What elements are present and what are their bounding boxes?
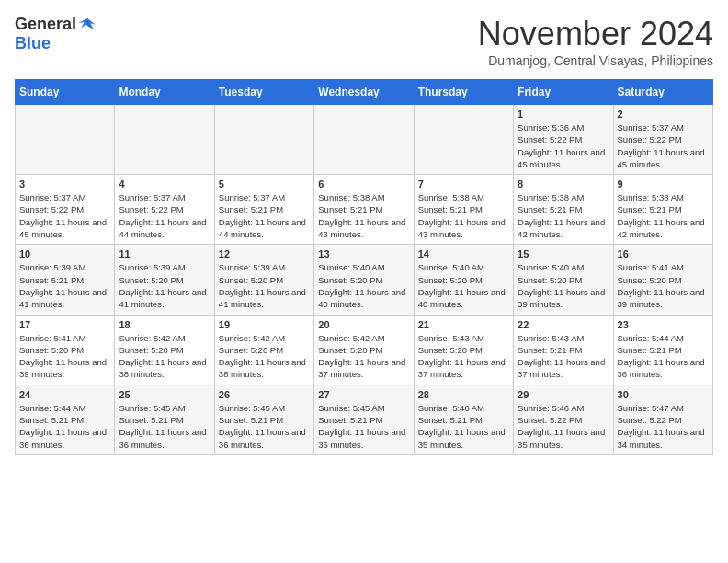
day-cell: 6Sunrise: 5:38 AMSunset: 5:21 PMDaylight… (314, 175, 414, 245)
week-row-4: 24Sunrise: 5:44 AMSunset: 5:21 PMDayligh… (16, 385, 713, 454)
day-info: Sunrise: 5:44 AMSunset: 5:21 PMDaylight:… (618, 332, 709, 381)
day-cell: 8Sunrise: 5:38 AMSunset: 5:21 PMDaylight… (514, 175, 613, 245)
week-row-0: 1Sunrise: 5:36 AMSunset: 5:22 PMDaylight… (16, 105, 713, 175)
day-cell: 4Sunrise: 5:37 AMSunset: 5:22 PMDaylight… (115, 175, 214, 245)
day-info: Sunrise: 5:37 AMSunset: 5:22 PMDaylight:… (618, 121, 709, 170)
header-cell-sunday: Sunday (16, 80, 115, 105)
day-info: Sunrise: 5:38 AMSunset: 5:21 PMDaylight:… (618, 191, 709, 240)
day-info: Sunrise: 5:40 AMSunset: 5:20 PMDaylight:… (318, 261, 409, 310)
day-number: 17 (19, 319, 110, 330)
day-cell: 2Sunrise: 5:37 AMSunset: 5:22 PMDaylight… (613, 105, 712, 175)
day-cell: 3Sunrise: 5:37 AMSunset: 5:22 PMDaylight… (16, 175, 115, 245)
day-info: Sunrise: 5:45 AMSunset: 5:21 PMDaylight:… (318, 402, 409, 451)
week-row-1: 3Sunrise: 5:37 AMSunset: 5:22 PMDaylight… (16, 175, 713, 245)
day-cell: 14Sunrise: 5:40 AMSunset: 5:20 PMDayligh… (414, 245, 513, 315)
day-cell: 12Sunrise: 5:39 AMSunset: 5:20 PMDayligh… (214, 245, 313, 315)
day-number: 12 (219, 248, 310, 259)
day-number: 25 (119, 389, 210, 400)
day-cell (314, 105, 414, 175)
day-number: 23 (618, 319, 709, 330)
header-cell-saturday: Saturday (613, 80, 712, 105)
day-info: Sunrise: 5:45 AMSunset: 5:21 PMDaylight:… (219, 402, 310, 451)
day-cell: 21Sunrise: 5:43 AMSunset: 5:20 PMDayligh… (414, 315, 513, 385)
day-cell (16, 105, 115, 175)
page-header: General Blue November 2024 Dumanjog, Cen… (15, 15, 713, 68)
day-cell: 23Sunrise: 5:44 AMSunset: 5:21 PMDayligh… (613, 315, 712, 385)
header-cell-wednesday: Wednesday (314, 80, 414, 105)
header-cell-tuesday: Tuesday (214, 80, 313, 105)
day-number: 26 (219, 389, 310, 400)
day-info: Sunrise: 5:43 AMSunset: 5:21 PMDaylight:… (518, 332, 609, 381)
day-cell (115, 105, 214, 175)
day-cell: 7Sunrise: 5:38 AMSunset: 5:21 PMDaylight… (414, 175, 513, 245)
day-number: 15 (518, 248, 609, 259)
day-number: 10 (19, 248, 110, 259)
day-cell: 17Sunrise: 5:41 AMSunset: 5:20 PMDayligh… (16, 315, 115, 385)
day-info: Sunrise: 5:39 AMSunset: 5:21 PMDaylight:… (19, 261, 110, 310)
day-number: 16 (618, 248, 709, 259)
day-info: Sunrise: 5:38 AMSunset: 5:21 PMDaylight:… (418, 191, 509, 240)
day-info: Sunrise: 5:42 AMSunset: 5:20 PMDaylight:… (119, 332, 210, 381)
logo-blue-text: Blue (15, 34, 51, 53)
calendar-body: 1Sunrise: 5:36 AMSunset: 5:22 PMDaylight… (16, 105, 713, 455)
day-number: 14 (418, 248, 509, 259)
day-cell (214, 105, 313, 175)
day-info: Sunrise: 5:39 AMSunset: 5:20 PMDaylight:… (119, 261, 210, 310)
day-info: Sunrise: 5:37 AMSunset: 5:22 PMDaylight:… (19, 191, 110, 240)
day-number: 24 (19, 389, 110, 400)
day-number: 7 (418, 178, 509, 190)
day-cell: 20Sunrise: 5:42 AMSunset: 5:20 PMDayligh… (314, 315, 414, 385)
day-info: Sunrise: 5:42 AMSunset: 5:20 PMDaylight:… (318, 332, 409, 381)
day-cell: 27Sunrise: 5:45 AMSunset: 5:21 PMDayligh… (314, 385, 414, 454)
day-info: Sunrise: 5:39 AMSunset: 5:20 PMDaylight:… (219, 261, 310, 310)
logo-general-text: General (15, 15, 76, 34)
header-cell-friday: Friday (514, 80, 613, 105)
day-info: Sunrise: 5:43 AMSunset: 5:20 PMDaylight:… (418, 332, 509, 381)
day-cell: 5Sunrise: 5:37 AMSunset: 5:21 PMDaylight… (214, 175, 313, 245)
logo: General Blue (15, 15, 97, 53)
day-info: Sunrise: 5:38 AMSunset: 5:21 PMDaylight:… (518, 191, 609, 240)
day-info: Sunrise: 5:38 AMSunset: 5:21 PMDaylight:… (318, 191, 409, 240)
day-cell: 15Sunrise: 5:40 AMSunset: 5:20 PMDayligh… (514, 245, 613, 315)
day-info: Sunrise: 5:40 AMSunset: 5:20 PMDaylight:… (418, 261, 509, 310)
calendar-table: SundayMondayTuesdayWednesdayThursdayFrid… (15, 79, 713, 455)
day-cell: 18Sunrise: 5:42 AMSunset: 5:20 PMDayligh… (115, 315, 214, 385)
day-number: 30 (618, 389, 709, 400)
day-cell (414, 105, 513, 175)
day-number: 19 (219, 319, 310, 330)
day-cell: 29Sunrise: 5:46 AMSunset: 5:22 PMDayligh… (514, 385, 613, 454)
day-info: Sunrise: 5:46 AMSunset: 5:21 PMDaylight:… (418, 402, 509, 451)
day-info: Sunrise: 5:44 AMSunset: 5:21 PMDaylight:… (19, 402, 110, 451)
day-number: 3 (19, 178, 110, 190)
day-number: 5 (219, 178, 310, 190)
day-info: Sunrise: 5:46 AMSunset: 5:22 PMDaylight:… (518, 402, 609, 451)
day-number: 8 (518, 178, 609, 190)
day-cell: 24Sunrise: 5:44 AMSunset: 5:21 PMDayligh… (16, 385, 115, 454)
day-info: Sunrise: 5:41 AMSunset: 5:20 PMDaylight:… (19, 332, 110, 381)
day-number: 27 (318, 389, 409, 400)
day-number: 20 (318, 319, 409, 330)
day-number: 9 (618, 178, 709, 190)
day-cell: 11Sunrise: 5:39 AMSunset: 5:20 PMDayligh… (115, 245, 214, 315)
day-info: Sunrise: 5:40 AMSunset: 5:20 PMDaylight:… (518, 261, 609, 310)
day-cell: 28Sunrise: 5:46 AMSunset: 5:21 PMDayligh… (414, 385, 513, 454)
day-cell: 25Sunrise: 5:45 AMSunset: 5:21 PMDayligh… (115, 385, 214, 454)
day-number: 4 (119, 178, 210, 190)
day-info: Sunrise: 5:47 AMSunset: 5:22 PMDaylight:… (618, 402, 709, 451)
calendar-header: SundayMondayTuesdayWednesdayThursdayFrid… (16, 80, 713, 105)
day-info: Sunrise: 5:42 AMSunset: 5:20 PMDaylight:… (219, 332, 310, 381)
day-number: 22 (518, 319, 609, 330)
day-info: Sunrise: 5:37 AMSunset: 5:21 PMDaylight:… (219, 191, 310, 240)
day-number: 11 (119, 248, 210, 259)
day-info: Sunrise: 5:45 AMSunset: 5:21 PMDaylight:… (119, 402, 210, 451)
week-row-3: 17Sunrise: 5:41 AMSunset: 5:20 PMDayligh… (16, 315, 713, 385)
day-number: 13 (318, 248, 409, 259)
day-number: 2 (618, 109, 709, 120)
month-title: November 2024 (478, 15, 713, 53)
day-number: 29 (518, 389, 609, 400)
header-row: SundayMondayTuesdayWednesdayThursdayFrid… (16, 80, 713, 105)
day-cell: 22Sunrise: 5:43 AMSunset: 5:21 PMDayligh… (514, 315, 613, 385)
day-info: Sunrise: 5:37 AMSunset: 5:22 PMDaylight:… (119, 191, 210, 240)
day-cell: 30Sunrise: 5:47 AMSunset: 5:22 PMDayligh… (613, 385, 712, 454)
day-cell: 13Sunrise: 5:40 AMSunset: 5:20 PMDayligh… (314, 245, 414, 315)
